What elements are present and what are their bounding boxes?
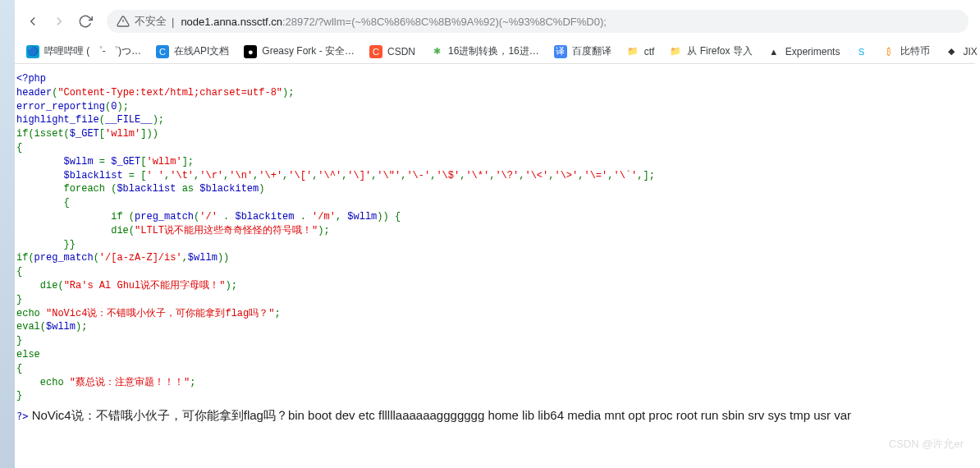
bookmark-icon: ▲ (767, 45, 781, 58)
bookmark-icon: S (854, 45, 868, 58)
bookmark-item-11[interactable]: ◆JIX (945, 45, 977, 58)
bookmark-item-10[interactable]: ₿比特币 (882, 44, 930, 58)
output-text: ?> NoVic4说：不错哦小伙子，可你能拿到flag吗？bin boot de… (16, 406, 978, 424)
bookmark-icon: 译 (554, 45, 567, 58)
bookmark-label: 哔哩哔哩 ( ゜- ゜)つ… (44, 44, 141, 58)
bookmark-bar: 🔵哔哩哔哩 ( ゜- ゜)つ…C在线API文档●Greasy Fork - 安全… (15, 39, 975, 64)
back-icon[interactable] (21, 10, 44, 33)
bookmark-item-1[interactable]: C在线API文档 (156, 44, 229, 58)
bookmark-item-8[interactable]: ▲Experiments (767, 45, 840, 58)
bookmark-icon: ◆ (945, 45, 958, 58)
bookmark-label: JIX (963, 46, 977, 57)
bookmark-icon: 🔵 (26, 45, 39, 58)
bookmark-label: 百度翻译 (572, 44, 611, 58)
bookmark-icon: ● (244, 45, 257, 58)
bookmark-label: CSDN (387, 46, 415, 57)
bookmark-icon: ₿ (882, 45, 895, 58)
insecure-label: 不安全 (135, 14, 167, 29)
bookmark-icon: C (156, 45, 169, 58)
page-content: <?php header("Content-Type:text/html;cha… (15, 67, 980, 429)
bookmark-icon: C (369, 45, 382, 58)
reload-icon[interactable] (74, 10, 97, 33)
insecure-warning[interactable]: 不安全 | (117, 14, 174, 29)
bookmark-label: ctf (644, 46, 655, 57)
bookmark-item-2[interactable]: ●Greasy Fork - 安全… (244, 44, 355, 58)
bookmark-item-5[interactable]: 译百度翻译 (554, 44, 611, 58)
browser-nav-bar: 不安全 | node1.anna.nssctf.cn:28972/?wllm=(… (15, 8, 975, 34)
bookmark-label: 比特币 (900, 44, 930, 58)
bookmark-label: 16进制转换，16进… (448, 44, 539, 58)
url-bar[interactable]: 不安全 | node1.anna.nssctf.cn:28972/?wllm=(… (107, 10, 969, 33)
warning-icon (117, 15, 130, 28)
bookmark-item-4[interactable]: ✱16进制转换，16进… (430, 44, 539, 58)
left-decor (0, 0, 15, 468)
forward-icon[interactable] (48, 10, 71, 33)
bookmark-label: Greasy Fork - 安全… (262, 44, 355, 58)
php-code: <?php header("Content-Type:text/html;cha… (16, 72, 978, 403)
bookmark-icon: 📁 (669, 45, 682, 58)
bookmark-icon: ✱ (430, 45, 443, 58)
bookmark-label: 在线API文档 (174, 44, 229, 58)
watermark: CSDN @许允er (889, 437, 964, 452)
url-text: node1.anna.nssctf.cn:28972/?wllm=(~%8C%8… (181, 16, 606, 28)
bookmark-item-7[interactable]: 📁从 Firefox 导入 (669, 44, 752, 58)
bookmark-item-9[interactable]: S (854, 45, 868, 58)
bookmark-item-3[interactable]: CCSDN (369, 45, 415, 58)
bookmark-item-0[interactable]: 🔵哔哩哔哩 ( ゜- ゜)つ… (26, 44, 141, 58)
bookmark-icon: 📁 (626, 45, 639, 58)
bookmark-label: 从 Firefox 导入 (687, 44, 752, 58)
bookmark-item-6[interactable]: 📁ctf (626, 45, 655, 58)
bookmark-label: Experiments (785, 46, 840, 57)
